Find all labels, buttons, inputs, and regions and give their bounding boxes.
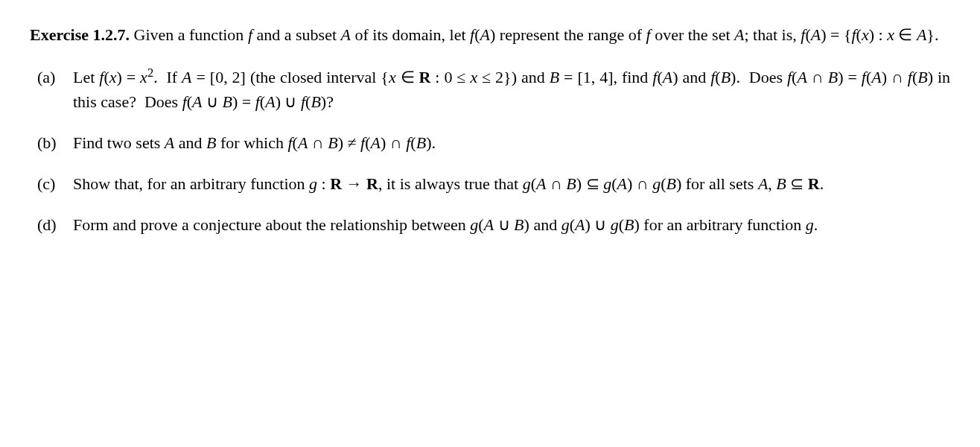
item-body: Show that, for an arbitrary function g :…	[73, 171, 950, 196]
exercise-items: (a) Let f(x) = x2. If A = [0, 2] (the cl…	[30, 65, 950, 237]
exercise-item: (d) Form and prove a conjecture about th…	[30, 212, 950, 237]
exercise-label: Exercise 1.2.7.	[30, 25, 130, 44]
exercise-intro-text: Given a function f and a subset A of its…	[134, 25, 939, 44]
item-marker: (d)	[30, 212, 73, 237]
item-body: Find two sets A and B for which f(A ∩ B)…	[73, 130, 950, 155]
item-marker: (a)	[30, 65, 73, 114]
item-marker: (b)	[30, 130, 73, 155]
exercise-item: (c) Show that, for an arbitrary function…	[30, 171, 950, 196]
exercise-item: (a) Let f(x) = x2. If A = [0, 2] (the cl…	[30, 65, 950, 114]
item-body: Form and prove a conjecture about the re…	[73, 212, 950, 237]
item-marker: (c)	[30, 171, 73, 196]
exercise-intro: Exercise 1.2.7. Given a function f and a…	[30, 22, 950, 47]
exercise-item: (b) Find two sets A and B for which f(A …	[30, 130, 950, 155]
item-body: Let f(x) = x2. If A = [0, 2] (the closed…	[73, 65, 950, 114]
